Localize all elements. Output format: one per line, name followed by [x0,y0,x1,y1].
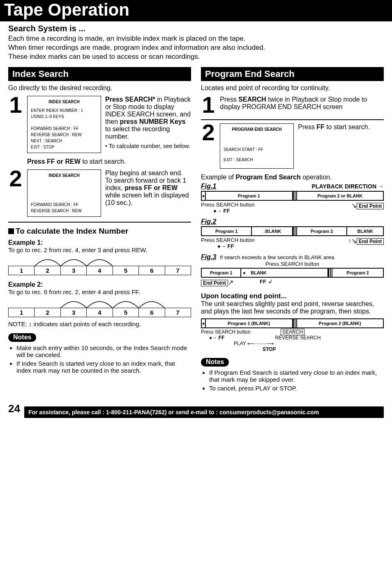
note-item: If Program End Search is started very cl… [209,369,384,383]
tape-segment: Program 2 [297,227,347,235]
note-item: If Index Search is started very close to… [16,360,191,374]
text: Press [105,96,125,103]
tape-segment: BLANK [347,227,383,235]
rec-cell: 5 [113,308,139,317]
osd-line: SEARCH START : FF [224,146,290,153]
ff-label: FF [219,335,225,341]
fig-1-label: Fig.1 [201,183,216,190]
press-search-caption: Press SEARCH button [201,237,255,243]
index-mark-icon [293,227,297,235]
tape-diagram: Program 1 ↓BLANK Program 2 BLANK [201,226,384,236]
text: FF [316,123,325,130]
rec-cell: 6 [139,266,165,275]
rec-cell: 2 [35,266,60,275]
upon-locating-heading: Upon locating end point... [201,292,384,300]
text: press NUMBER Keys [120,118,186,125]
fig-2-label: Fig.2 [201,218,216,225]
rec-cell: 7 [165,266,191,275]
rec-cell: 7 [165,308,191,317]
search-system-heading: Search System is ... [8,24,384,33]
tape-diagram: Program 1 ● BLANK Program 2 [201,268,384,278]
tape-segment: Program 1 [206,192,293,200]
rec-cell: 3 [61,266,87,275]
upon-locating-text: The unit searches slightly past end poin… [201,300,384,315]
osd-line: FORWARD SEARCH : FF [31,202,97,208]
step-number: 2 [201,123,216,142]
note-item: To cancel, press PLAY or STOP. [209,385,384,392]
notes-label: Notes [8,333,36,342]
index-step-1: 1 INDEX SEARCH ENTER INDEX NUMBER : 1 US… [8,96,191,153]
example-1-head: Example 1: [8,239,191,246]
osd-line: REVERSE SEARCH : REW [31,208,97,214]
note-indicator: NOTE: ↕ indicates start points of each r… [8,320,191,327]
osd-title: INDEX SEARCH [31,172,97,179]
step-2-text: Play begins at search end. To search for… [105,169,191,207]
index-mark-icon [293,319,297,327]
osd-screen-index-2: INDEX SEARCH FORWARD SEARCH : FF REVERSE… [27,169,101,217]
program-end-search-heading: Program End Search [201,67,384,81]
square-bullet-icon [8,228,14,234]
press-search-caption: Press SEARCH button [201,202,255,208]
ff-label: FF [260,279,266,285]
text: while screen left in displayed (10 sec.)… [105,192,189,206]
osd-line: ENTER INDEX NUMBER : 1 [31,107,97,114]
tape-segment: Program 1 (BLANK) [206,319,293,327]
end-point-label: End Point [357,203,384,209]
rec-cell: 4 [87,266,113,275]
osd-line: USING 1–9 KEYS [31,114,97,120]
text: SEARCH* [125,96,155,103]
play-label: PLAY [234,341,246,346]
ff-label: FF [227,243,234,249]
tape-segment: Program 1 [202,227,252,235]
index-mark-icon [328,269,332,277]
index-search-heading: Index Search [8,67,191,81]
osd-line: EXIT : SEARCH [224,157,290,163]
text: to start search. [325,123,370,130]
ff-arcs-icon [9,298,191,308]
osd-line: REVERSE SEARCH : REW [31,132,97,138]
note-item: Make each entry within 10 seconds, or th… [16,344,191,358]
index-search-intro: Go directly to the desired recording. [8,84,191,92]
end-point-label: End Point [201,280,228,286]
press-search-caption: Press SEARCH button [201,261,384,267]
notes-label: Notes [201,358,229,367]
figure-2: Fig.2 Program 1 ↓BLANK Program 2 BLANK P… [201,218,384,249]
rec-cell: 1 [9,266,35,275]
example-2-head: Example 2: [8,281,191,288]
footer-assistance-bar: For assistance, please call : 1-800-211-… [24,406,384,418]
step-number: 2 [8,169,23,188]
rew-arcs-icon [9,256,191,266]
text: Press [220,96,238,103]
rec-cell: 1 [9,308,35,317]
tape-segment: BLANK [251,270,267,275]
step-number: 1 [8,96,23,114]
page-number: 24 [8,402,20,415]
example-heading: Example of Program End Search operation. [201,174,332,181]
stop-label: STOP [263,346,276,352]
press-search-caption: Press SEARCH button [201,329,251,335]
osd-screen-index-1: INDEX SEARCH ENTER INDEX NUMBER : 1 USIN… [27,96,101,153]
rec-cell: 4 [87,308,113,317]
rec-cell: 2 [35,308,60,317]
figure-1: Fig.1 PLAYBACK DIRECTION ● Program 1 Pro… [201,183,384,214]
pes-intro: Locates end point of recording for conti… [201,84,384,92]
search-label: SEARCH [281,329,304,335]
notes-list: If Program End Search is started very cl… [201,369,384,392]
end-point-label: End Point [357,238,384,245]
index-step-2: 2 INDEX SEARCH FORWARD SEARCH : FF REVER… [8,169,191,217]
step-1-text: Press SEARCH twice in Playback or Stop m… [220,96,384,111]
intro-paragraph: Each time a recording is made, an invisi… [8,34,384,61]
calc-index-heading: To calculate the Index Number [8,227,191,236]
ff-label: FF [223,208,230,214]
tape-segment: Program 1 [202,269,241,277]
index-mark-icon [293,192,297,200]
text: press FF or REW [125,184,178,191]
tape-segment: Program 2 or BLANK [297,192,383,200]
pes-step-2: 2 PROGRAM END SEARCH SEARCH START : FF E… [201,123,384,169]
page-title: Tape Operation [0,0,392,21]
osd-title: INDEX SEARCH [31,99,97,105]
rec-cell: 6 [139,308,165,317]
text: Press [298,123,316,130]
tape-segment: Program 2 (BLANK) [297,319,383,327]
rec-cell: 5 [113,266,139,275]
